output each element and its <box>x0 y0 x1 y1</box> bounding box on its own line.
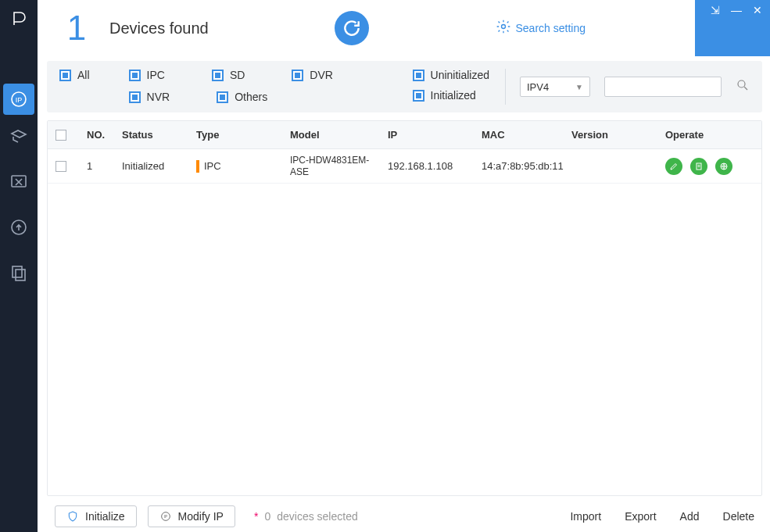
search-input[interactable] <box>604 77 722 97</box>
filter-ipc-label: IPC <box>147 69 165 81</box>
web-button[interactable] <box>715 158 732 175</box>
nav-device-icon[interactable] <box>0 118 38 155</box>
chevron-down-icon: ▼ <box>575 83 583 91</box>
export-button[interactable]: Export <box>620 510 656 523</box>
refresh-icon <box>342 18 362 38</box>
device-table: NO. Status Type Model IP MAC Version Ope… <box>47 120 762 496</box>
footer: Initialize IP Modify IP * 0 devices sele… <box>47 501 762 532</box>
cell-mac: 14:a7:8b:95:db:11 <box>482 160 571 172</box>
modify-ip-button[interactable]: IP Modify IP <box>148 505 235 527</box>
gear-icon <box>496 19 511 37</box>
selected-count: 0 <box>264 510 270 523</box>
col-mac: MAC <box>482 129 571 141</box>
filter-dvr[interactable]: DVR <box>292 69 333 81</box>
left-nav: IP <box>0 0 38 532</box>
import-label: Import <box>570 510 601 523</box>
col-type: Type <box>196 129 290 141</box>
edit-button[interactable] <box>665 158 682 175</box>
selection-info: * 0 devices selected <box>254 510 358 523</box>
add-label: Add <box>680 510 700 523</box>
refresh-button[interactable] <box>335 11 369 45</box>
import-button[interactable]: Import <box>565 510 601 523</box>
svg-point-7 <box>738 80 745 87</box>
filter-sd[interactable]: SD <box>212 69 245 81</box>
col-version: Version <box>571 129 665 141</box>
selected-label: devices selected <box>277 510 358 523</box>
svg-text:IP: IP <box>16 96 23 104</box>
svg-rect-4 <box>13 266 22 277</box>
filter-bar: All IPC SD DVR NVR Others Uninitialized … <box>47 61 762 112</box>
col-ip: IP <box>388 129 482 141</box>
svg-text:IP: IP <box>163 515 167 519</box>
cell-model: IPC-HDW4831EM-ASE <box>290 155 388 177</box>
pin-icon[interactable]: ⇲ <box>711 5 720 16</box>
globe-icon <box>719 162 729 171</box>
nav-ip-config[interactable]: IP <box>3 84 34 115</box>
nav-tools-icon[interactable] <box>0 163 38 201</box>
detail-button[interactable] <box>690 158 707 175</box>
cell-ip: 192.168.1.108 <box>388 160 482 172</box>
search-setting-label: Search setting <box>516 22 586 34</box>
protocol-selected: IPV4 <box>527 81 549 93</box>
col-no: NO. <box>87 129 122 141</box>
cell-type: IPC <box>196 160 290 173</box>
modify-ip-label: Modify IP <box>178 510 224 523</box>
row-checkbox[interactable] <box>56 161 66 172</box>
cell-operate <box>665 158 754 175</box>
svg-rect-5 <box>16 270 25 280</box>
col-operate: Operate <box>665 129 754 141</box>
cell-no: 1 <box>87 160 122 172</box>
filter-dvr-label: DVR <box>310 69 333 81</box>
filter-nvr-label: NVR <box>147 91 170 103</box>
table-row[interactable]: 1 Initialized IPC IPC-HDW4831EM-ASE 192.… <box>48 149 761 184</box>
select-all-checkbox[interactable] <box>56 130 66 141</box>
svg-point-6 <box>501 25 505 29</box>
close-icon[interactable]: ✕ <box>753 5 762 16</box>
document-icon <box>694 162 704 171</box>
shield-icon <box>66 510 79 523</box>
filter-nvr[interactable]: NVR <box>129 91 170 103</box>
filter-uninitialized-label: Uninitialized <box>431 69 489 81</box>
filter-others[interactable]: Others <box>217 91 267 103</box>
window-controls: ⇲ — ✕ <box>695 0 770 56</box>
export-label: Export <box>625 510 656 523</box>
devices-found-label: Devices found <box>109 20 209 37</box>
add-button[interactable]: Add <box>675 510 700 523</box>
protocol-select[interactable]: IPV4 ▼ <box>520 77 590 97</box>
asterisk-icon: * <box>254 510 258 523</box>
filter-all[interactable]: All <box>59 69 90 81</box>
search-icon[interactable] <box>736 78 750 95</box>
filter-initialized-label: Initialized <box>431 89 476 102</box>
initialize-button[interactable]: Initialize <box>55 505 137 527</box>
ip-icon: IP <box>159 510 172 523</box>
search-setting-button[interactable]: Search setting <box>496 19 586 37</box>
cell-status: Initialized <box>122 160 196 172</box>
pencil-icon <box>669 162 679 171</box>
filter-all-label: All <box>77 69 90 81</box>
header: 1 Devices found Search setting <box>38 0 695 56</box>
app-logo <box>0 0 38 37</box>
col-model: Model <box>290 129 388 141</box>
nav-template-icon[interactable] <box>0 254 38 291</box>
minimize-icon[interactable]: — <box>731 5 742 16</box>
nav-upgrade-icon[interactable] <box>0 209 38 246</box>
device-count: 1 <box>53 9 100 48</box>
filter-uninitialized[interactable]: Uninitialized <box>413 69 489 81</box>
filter-others-label: Others <box>235 91 267 103</box>
table-header: NO. Status Type Model IP MAC Version Ope… <box>48 121 761 149</box>
delete-button[interactable]: Delete <box>718 510 754 523</box>
delete-label: Delete <box>723 510 754 523</box>
filter-initialized[interactable]: Initialized <box>413 89 489 102</box>
filter-ipc[interactable]: IPC <box>129 69 165 81</box>
col-status: Status <box>122 129 196 141</box>
filter-sd-label: SD <box>230 69 245 81</box>
initialize-label: Initialize <box>85 510 125 523</box>
